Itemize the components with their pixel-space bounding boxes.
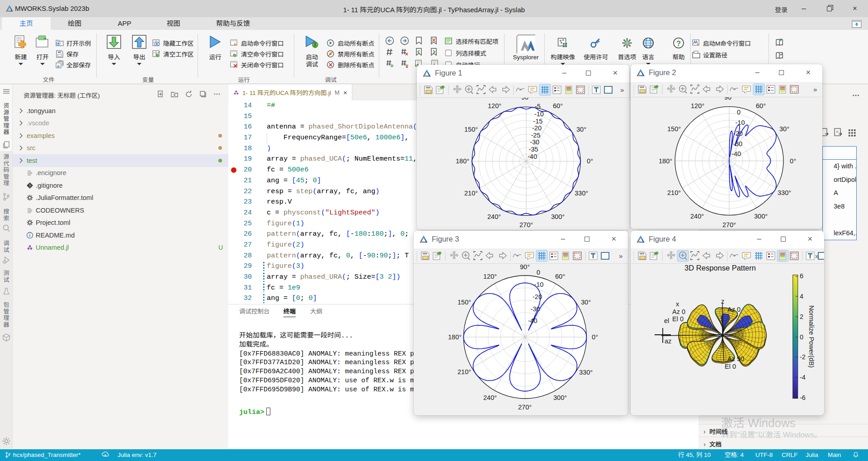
svg-text:90°: 90° (724, 97, 734, 101)
svg-text:»: » (815, 252, 819, 260)
svg-text:Az 0: Az 0 (672, 308, 685, 315)
svg-text:210°: 210° (458, 368, 471, 375)
svg-text:270°: 270° (519, 221, 533, 228)
svg-text:JL: JL (836, 130, 839, 133)
svg-text:-5: -5 (535, 103, 541, 110)
svg-text:270°: 270° (722, 221, 736, 228)
svg-text:-10: -10 (534, 110, 544, 118)
svg-text:»: » (619, 252, 623, 260)
svg-text:0: 0 (537, 269, 540, 276)
svg-text:-40: -40 (731, 150, 741, 157)
svg-text:-10: -10 (736, 119, 745, 126)
svg-text:150°: 150° (464, 126, 478, 133)
svg-text:el: el (664, 317, 669, 324)
svg-text:Normalize Power(dB): Normalize Power(dB) (808, 305, 815, 368)
svg-text:180°: 180° (456, 157, 469, 165)
svg-text:240°: 240° (690, 213, 704, 220)
svg-text:240°: 240° (487, 213, 501, 220)
svg-text:30°: 30° (779, 125, 789, 133)
svg-text:El 0: El 0 (725, 363, 736, 370)
svg-text:-10: -10 (534, 281, 543, 288)
svg-text:60°: 60° (756, 102, 766, 109)
svg-text:90°: 90° (520, 264, 530, 271)
svg-text:-20: -20 (532, 124, 542, 132)
svg-text:330°: 330° (579, 369, 593, 376)
svg-text:-30: -30 (530, 305, 540, 313)
svg-text:4: 4 (800, 293, 803, 300)
svg-text:-6: -6 (800, 394, 806, 401)
svg-text:Az 90: Az 90 (727, 355, 744, 362)
svg-text:330°: 330° (575, 190, 588, 197)
svg-text:0: 0 (800, 333, 803, 341)
svg-text:-4: -4 (800, 374, 806, 381)
svg-text:150°: 150° (458, 299, 471, 306)
svg-text:270°: 270° (518, 404, 532, 411)
svg-text:3D Response Pattern: 3D Response Pattern (684, 264, 756, 272)
svg-text:6: 6 (800, 272, 803, 280)
svg-text:-2: -2 (800, 353, 806, 361)
svg-text:150°: 150° (667, 125, 681, 133)
svg-text:300°: 300° (551, 213, 565, 220)
svg-text:»: » (813, 86, 817, 93)
svg-text:60°: 60° (553, 102, 563, 109)
svg-text:240°: 240° (483, 394, 497, 401)
svg-text:»: » (620, 86, 624, 94)
svg-text:180°: 180° (659, 157, 672, 165)
svg-text:0°: 0° (587, 157, 593, 165)
svg-text:0°: 0° (790, 157, 796, 165)
svg-text:180°: 180° (448, 333, 462, 341)
svg-text:300°: 300° (553, 394, 567, 401)
svg-text:0: 0 (737, 109, 741, 116)
svg-text:-25: -25 (531, 132, 540, 139)
svg-text:-40: -40 (528, 153, 537, 160)
svg-text:60°: 60° (555, 273, 565, 280)
svg-text:300°: 300° (754, 213, 768, 220)
svg-text:?: ? (676, 39, 681, 48)
svg-text:120°: 120° (691, 102, 704, 109)
svg-text:210°: 210° (667, 189, 681, 196)
svg-text:90°: 90° (521, 98, 531, 101)
svg-text:z: z (721, 298, 724, 305)
svg-text:-35: -35 (529, 146, 538, 153)
svg-text:-20: -20 (733, 130, 743, 137)
svg-text:120°: 120° (488, 102, 501, 109)
svg-text:210°: 210° (464, 190, 478, 197)
svg-text:-30: -30 (530, 138, 539, 146)
svg-text:-40: -40 (528, 317, 538, 324)
svg-text:El 0: El 0 (672, 315, 684, 323)
svg-text:Az 0: Az 0 (727, 306, 741, 313)
svg-text:30°: 30° (581, 299, 591, 306)
svg-text:330°: 330° (778, 189, 791, 196)
svg-text:x: x (676, 300, 679, 308)
svg-text:az: az (665, 337, 671, 345)
svg-text:120°: 120° (483, 273, 497, 280)
svg-text:-30: -30 (733, 140, 742, 147)
svg-text:2: 2 (800, 313, 803, 320)
svg-text:-15: -15 (533, 118, 542, 125)
svg-text:30°: 30° (576, 126, 586, 133)
svg-text:0°: 0° (592, 333, 598, 341)
svg-text:-20: -20 (533, 293, 542, 300)
